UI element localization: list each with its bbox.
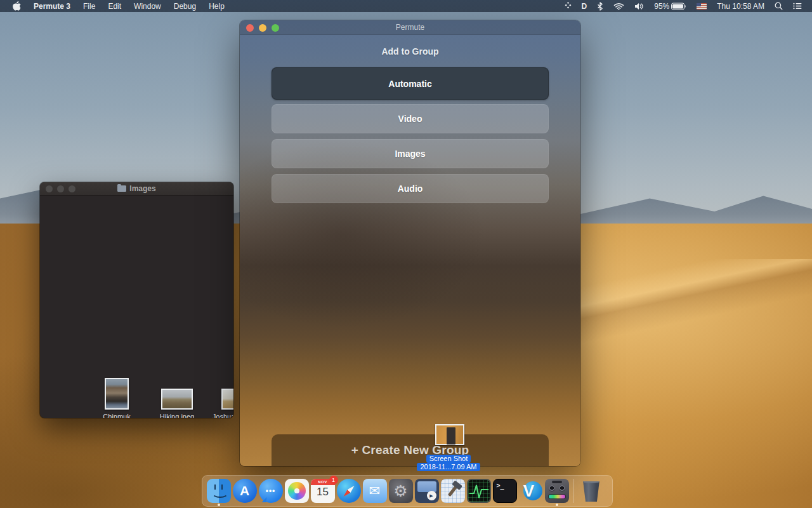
messages-app-icon: •••: [259, 479, 283, 503]
dock-terminal[interactable]: >_: [492, 476, 518, 506]
drag-ghost-label-line2: 2018-11...7.09 AM: [353, 463, 544, 471]
mail-app-icon: ✉: [363, 479, 387, 503]
dock-separator: [573, 479, 573, 503]
group-button-images[interactable]: Images: [272, 139, 549, 168]
battery-icon: [671, 3, 686, 10]
status-d-app-icon[interactable]: D: [577, 0, 593, 12]
dock-downie[interactable]: V: [518, 476, 544, 506]
dock-safari[interactable]: [336, 476, 362, 506]
finder-close-button[interactable]: [46, 185, 53, 192]
finder-zoom-button[interactable]: [69, 185, 75, 192]
folder-icon: [117, 185, 126, 192]
add-to-group-heading: Add to Group: [240, 46, 580, 57]
finder-titlebar[interactable]: Images: [40, 182, 233, 196]
file-label: Joshua Tree.jpg: [208, 413, 233, 418]
app-store-icon: A: [233, 479, 257, 503]
dock-xcode[interactable]: [440, 476, 466, 506]
status-input-source-flag-icon[interactable]: [691, 0, 712, 12]
permute-window: Permute Add to Group Automatic Video Ima…: [240, 20, 580, 466]
dock-permute[interactable]: [544, 476, 570, 506]
calendar-app-icon: NOV 15 1: [311, 479, 335, 503]
dock: A ••• NOV 15 1 ✉ ⚙ ▶: [202, 475, 613, 507]
menu-file[interactable]: File: [77, 0, 102, 12]
dock-activity-monitor[interactable]: [466, 476, 492, 506]
dock-photos[interactable]: [284, 476, 310, 506]
thumbnail-hiking: [161, 389, 193, 410]
permute-robot-icon: [545, 479, 569, 503]
permute-window-title: Permute: [240, 23, 580, 32]
dock-video-player[interactable]: ▶: [414, 476, 440, 506]
file-chipmuk-elvis[interactable]: ChipmukElvis.jpeg: [88, 377, 146, 418]
status-volume-icon[interactable]: [629, 0, 649, 12]
status-notification-center-icon[interactable]: [788, 0, 807, 12]
photos-app-icon: [285, 479, 309, 503]
dock-calendar[interactable]: NOV 15 1: [310, 476, 336, 506]
status-clock[interactable]: Thu 10:58 AM: [712, 0, 769, 12]
menu-window[interactable]: Window: [128, 0, 167, 12]
dock-messages[interactable]: •••: [258, 476, 284, 506]
status-bluetooth-icon[interactable]: [592, 0, 608, 12]
trash-icon: [579, 479, 603, 503]
drag-ghost-label-line1: Screen Shot: [353, 455, 544, 463]
status-wifi-icon[interactable]: [608, 0, 629, 12]
thumbnail-joshua-tree: [221, 389, 233, 410]
menu-edit[interactable]: Edit: [102, 0, 128, 12]
menu-app-name[interactable]: Permute 3: [27, 0, 77, 12]
apple-logo-icon: [13, 1, 21, 11]
group-button-automatic[interactable]: Automatic: [272, 67, 549, 100]
group-button-audio[interactable]: Audio: [272, 174, 549, 203]
status-battery[interactable]: 95%: [649, 0, 691, 12]
menu-help[interactable]: Help: [202, 0, 231, 12]
menu-bar: Permute 3 File Edit Window Debug Help D: [0, 0, 812, 12]
video-player-app-icon: ▶: [415, 479, 439, 503]
finder-app-icon: [207, 479, 231, 503]
apple-menu[interactable]: [6, 0, 27, 12]
dock-system-preferences[interactable]: ⚙: [388, 476, 414, 506]
file-label: Hiking.jpeg: [148, 413, 206, 418]
dock-app-store[interactable]: A: [232, 476, 258, 506]
finder-minimize-button[interactable]: [57, 185, 64, 192]
permute-titlebar[interactable]: Permute: [240, 20, 580, 35]
status-diamond-cluster-icon[interactable]: [560, 0, 577, 12]
system-preferences-gear-icon: ⚙: [389, 479, 413, 503]
drag-ghost-thumbnail: [435, 424, 464, 445]
downie-app-icon: V: [519, 479, 543, 503]
group-button-video[interactable]: Video: [272, 104, 549, 133]
thumbnail-chipmuk: [105, 378, 129, 410]
menu-debug[interactable]: Debug: [167, 0, 202, 12]
finder-window: Images ChipmukElvis.jpeg Hiking.jpeg Jos…: [40, 182, 233, 418]
dock-trash[interactable]: [577, 476, 606, 506]
desktop: Permute 3 File Edit Window Debug Help D: [0, 0, 812, 508]
dock-mail[interactable]: ✉: [362, 476, 388, 506]
file-label: ChipmukElvis.jpeg: [88, 413, 146, 418]
terminal-prompt-icon: >_: [493, 479, 517, 503]
xcode-hammer-icon: [441, 479, 465, 503]
calendar-day: 15: [311, 486, 335, 498]
running-indicator-permute: [556, 504, 558, 506]
running-indicator-finder: [218, 504, 220, 506]
file-joshua-tree[interactable]: Joshua Tree.jpg: [208, 377, 233, 418]
activity-monitor-icon: [467, 479, 491, 503]
battery-percent: 95%: [654, 2, 669, 11]
safari-app-icon: [337, 479, 361, 503]
status-spotlight-icon[interactable]: [769, 0, 788, 12]
dock-finder[interactable]: [206, 476, 232, 506]
file-hiking[interactable]: Hiking.jpeg: [148, 377, 206, 418]
